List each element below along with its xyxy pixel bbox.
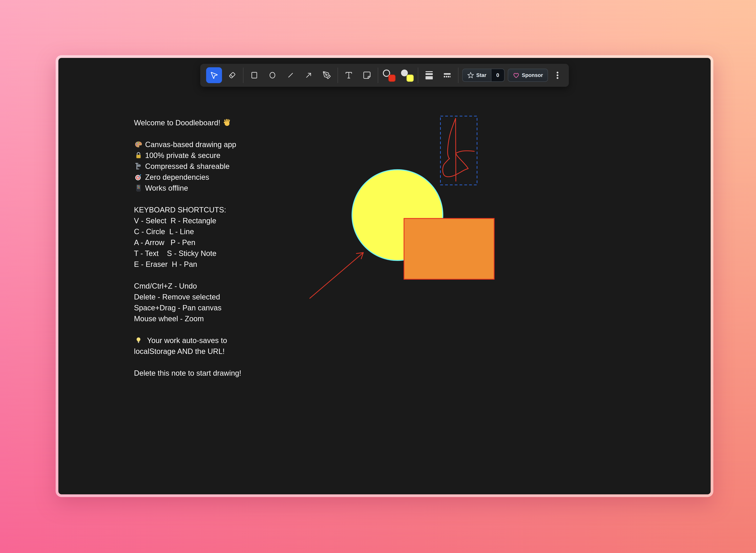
tool-line-button[interactable] — [283, 67, 298, 83]
stroke-style-button[interactable] — [439, 67, 455, 83]
star-count: 0 — [491, 69, 504, 81]
emoji-icon — [134, 184, 143, 192]
sticky-note-icon — [363, 71, 371, 80]
toolbar-divider — [337, 68, 338, 83]
star-icon — [467, 72, 474, 79]
drawing-canvas[interactable]: Welcome to Doodleboard! Canvas-based dra… — [58, 58, 711, 494]
emoji-icon — [222, 118, 231, 127]
stroke-style-icon — [444, 73, 451, 75]
heart-icon — [513, 72, 520, 79]
toolbar-divider — [418, 68, 419, 83]
stroke-color-swatch — [388, 75, 395, 82]
welcome-note-text[interactable]: Welcome to Doodleboard! Canvas-based dra… — [134, 117, 241, 379]
github-sponsor-button[interactable]: Sponsor — [508, 69, 548, 82]
fill-color-chip[interactable] — [399, 67, 415, 83]
emoji-icon — [134, 151, 143, 159]
tool-select-button[interactable] — [206, 67, 222, 83]
toolbar: Star 0 Sponsor — [200, 64, 569, 87]
selection-box[interactable] — [441, 116, 477, 185]
line-icon — [286, 71, 295, 80]
stroke-width-icon — [426, 71, 433, 72]
star-label: Star — [476, 72, 486, 78]
pen-icon — [322, 71, 331, 80]
emoji-icon — [134, 336, 143, 344]
emoji-icon — [134, 162, 143, 170]
stroke-width-button[interactable] — [421, 67, 437, 83]
sponsor-label: Sponsor — [522, 72, 543, 78]
tool-arrow-button[interactable] — [301, 67, 317, 83]
app-window: Welcome to Doodleboard! Canvas-based dra… — [56, 55, 713, 497]
tool-text-button[interactable] — [341, 67, 357, 83]
eraser-icon — [228, 71, 236, 80]
fill-color-swatch — [406, 75, 414, 82]
drawn-rectangle[interactable] — [404, 219, 494, 279]
toolbar-divider — [243, 68, 243, 83]
cursor-icon — [210, 71, 218, 80]
kebab-icon — [556, 72, 558, 73]
toolbar-divider — [378, 68, 378, 83]
toolbar-divider — [458, 68, 458, 83]
stroke-color-chip[interactable] — [381, 67, 397, 83]
emoji-icon — [134, 173, 143, 181]
tool-eraser-button[interactable] — [224, 67, 240, 83]
github-star-button[interactable]: Star 0 — [462, 69, 505, 82]
overflow-menu-button[interactable] — [552, 67, 563, 83]
text-icon — [345, 71, 353, 80]
drawn-arrow[interactable] — [310, 253, 363, 298]
emoji-icon — [134, 140, 143, 148]
arrow-icon — [304, 71, 313, 80]
tool-circle-button[interactable] — [264, 67, 280, 83]
drawn-pen-stroke[interactable] — [443, 118, 474, 181]
tool-rectangle-button[interactable] — [246, 67, 262, 83]
tool-pen-button[interactable] — [319, 67, 335, 83]
rectangle-icon — [250, 71, 258, 80]
tool-sticky-note-button[interactable] — [359, 67, 375, 83]
circle-icon — [268, 71, 277, 80]
